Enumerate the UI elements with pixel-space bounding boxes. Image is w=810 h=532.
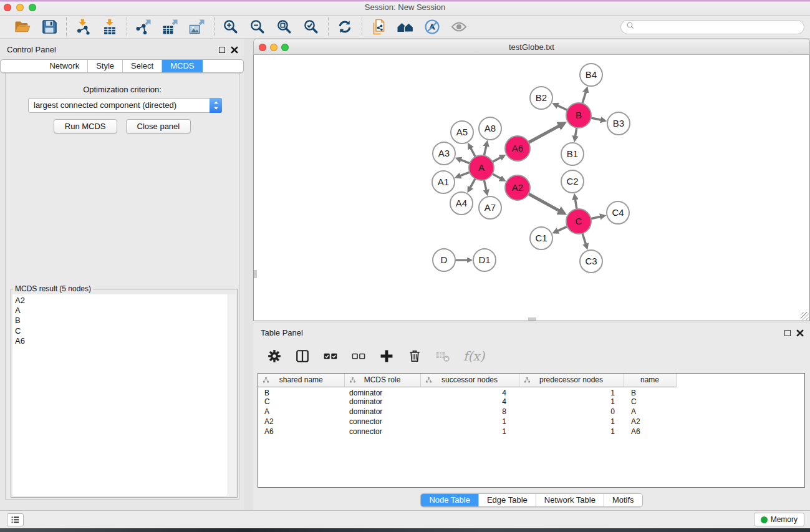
network-graph[interactable]: B4B2BB3A8A5A6A3B1AA1C2A2A4A7C4CC1C3DD1 [254, 55, 809, 320]
save-session-button[interactable] [40, 17, 59, 37]
edge-A-A7[interactable] [484, 180, 486, 191]
zoom-in-button[interactable] [221, 17, 241, 37]
node-A1[interactable]: A1 [432, 171, 455, 193]
search-input[interactable] [635, 22, 799, 32]
edge-A6-B[interactable] [529, 126, 560, 143]
select-all-button[interactable] [322, 348, 339, 364]
float-table-panel-icon[interactable] [784, 330, 791, 336]
tab-network[interactable]: Network [41, 60, 87, 72]
column-header-successor-nodes[interactable]: successor nodes [420, 374, 519, 387]
node-A6[interactable]: A6 [505, 136, 530, 161]
hide-labels-button[interactable] [423, 17, 442, 37]
task-history-button[interactable] [7, 513, 24, 526]
tab-network-table[interactable]: Network Table [536, 494, 604, 506]
node-A8[interactable]: A8 [479, 117, 501, 140]
table-row[interactable]: Cdominator41C [258, 397, 804, 407]
mcds-result-item[interactable]: A6 [12, 336, 236, 346]
node-B1[interactable]: B1 [561, 143, 584, 165]
edge-A-A3[interactable] [461, 160, 470, 163]
network-window-title-bar[interactable]: testGlobe.txt [253, 39, 810, 55]
float-panel-icon[interactable] [219, 47, 225, 53]
column-header-predecessor-nodes[interactable]: predecessor nodes [519, 374, 624, 387]
edge-A-A5[interactable] [471, 148, 476, 157]
node-A5[interactable]: A5 [451, 121, 473, 143]
horizontal-scrollbar-thumb[interactable] [528, 317, 536, 321]
criterion-select[interactable]: largest connected component (directed) [28, 98, 222, 113]
node-B2[interactable]: B2 [530, 87, 552, 109]
node-D1[interactable]: D1 [473, 249, 496, 271]
mcds-result-item[interactable]: A [12, 306, 236, 316]
search-box[interactable] [620, 20, 804, 34]
table-row[interactable]: A6connector11A6 [258, 427, 804, 437]
edge-A2-C[interactable] [529, 194, 560, 211]
mcds-result-item[interactable]: A2 [12, 296, 236, 306]
tab-select[interactable]: Select [122, 60, 162, 72]
node-B4[interactable]: B4 [580, 64, 602, 86]
tab-style[interactable]: Style [87, 60, 122, 72]
tab-node-table[interactable]: Node Table [421, 494, 478, 506]
table-options-button[interactable] [266, 348, 282, 364]
import-table-button[interactable] [100, 17, 120, 37]
export-table-button[interactable] [161, 17, 180, 37]
vertical-scrollbar-thumb[interactable] [254, 270, 257, 278]
copy-network-button[interactable] [369, 17, 388, 37]
home-button[interactable] [396, 17, 415, 37]
node-B[interactable]: B [566, 103, 591, 128]
edge-C-C3[interactable] [582, 233, 586, 244]
export-network-button[interactable] [134, 17, 153, 37]
close-panel-icon[interactable] [231, 46, 238, 54]
table-row[interactable]: Bdominator41B [258, 387, 804, 397]
column-header-mcds-role[interactable]: MCDS role [344, 374, 420, 387]
open-file-button[interactable] [13, 17, 32, 37]
mcds-result-item[interactable]: C [12, 326, 236, 336]
close-panel-button[interactable]: Close panel [126, 119, 191, 133]
edge-C-C2[interactable] [575, 199, 577, 209]
edge-B-B3[interactable] [591, 118, 602, 120]
node-A7[interactable]: A7 [479, 196, 501, 219]
node-C1[interactable]: C1 [530, 227, 552, 249]
show-columns-button[interactable] [294, 348, 311, 364]
refresh-button[interactable] [335, 17, 355, 37]
edge-B-B2[interactable] [557, 105, 567, 110]
node-C[interactable]: C [566, 209, 591, 234]
delete-column-button[interactable] [407, 348, 423, 364]
node-C2[interactable]: C2 [561, 170, 584, 193]
column-header-shared-name[interactable]: shared name [258, 374, 344, 387]
add-column-button[interactable] [378, 348, 395, 364]
table-row[interactable]: Adominator80A [258, 407, 804, 417]
export-image-button[interactable] [188, 17, 207, 37]
edge-A-A4[interactable] [470, 178, 475, 188]
table-row[interactable]: A2connector11A2 [258, 417, 804, 427]
zoom-selected-button[interactable] [302, 17, 321, 37]
node-C4[interactable]: C4 [607, 201, 629, 224]
network-canvas[interactable]: B4B2BB3A8A5A6A3B1AA1C2A2A4A7C4CC1C3DD1 [253, 55, 810, 321]
edge-A-A2[interactable] [493, 174, 501, 179]
memory-button[interactable]: Memory [754, 513, 804, 526]
edge-B-B1[interactable] [576, 128, 577, 137]
node-D[interactable]: D [433, 249, 455, 271]
import-network-button[interactable] [74, 17, 93, 37]
tab-mcds[interactable]: MCDS [162, 60, 202, 72]
mcds-result-list[interactable]: A2ABCA6 [12, 294, 236, 496]
edge-A-A6[interactable] [493, 157, 501, 162]
mcds-result-item[interactable]: B [12, 316, 236, 326]
edge-C-C4[interactable] [591, 216, 601, 219]
deselect-all-button[interactable] [350, 348, 367, 364]
edge-C-C1[interactable] [557, 226, 567, 231]
edge-B-B4[interactable] [582, 92, 586, 104]
zoom-out-button[interactable] [248, 17, 268, 37]
node-A[interactable]: A [469, 155, 494, 180]
node-A4[interactable]: A4 [450, 192, 473, 215]
edge-A-A8[interactable] [484, 146, 486, 156]
node-C3[interactable]: C3 [580, 250, 602, 273]
tab-edge-table[interactable]: Edge Table [478, 494, 536, 506]
node-B3[interactable]: B3 [607, 112, 630, 135]
edge-A-A1[interactable] [460, 172, 470, 176]
result-list-scrollbar[interactable] [228, 294, 236, 496]
column-header-name[interactable]: name [624, 374, 676, 387]
close-table-panel-icon[interactable] [796, 329, 804, 337]
zoom-fit-button[interactable] [275, 17, 294, 37]
tab-motifs[interactable]: Motifs [604, 494, 642, 506]
show-eye-button[interactable] [450, 17, 469, 37]
window-resize-grip[interactable] [801, 312, 809, 320]
